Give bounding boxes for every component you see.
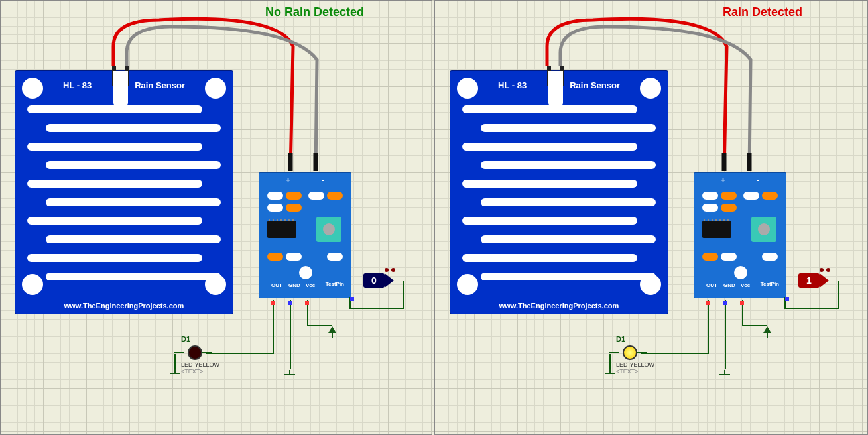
pin-terminal-icon [785,297,789,301]
net-wire [609,352,619,353]
smd-icon [721,192,737,200]
net-wire [273,300,274,353]
smd-icon [286,204,302,212]
smd-icon [327,192,343,200]
rain-sensor-board-right[interactable]: HL - 83 Rain Sensor www.TheEngineeringPr… [450,70,668,314]
smd-icon [721,204,737,212]
smd-icon [762,192,778,200]
smd-icon [308,192,324,200]
trace-icon [46,124,221,132]
trace-icon [46,161,221,169]
test-pin-label: TestPin [761,281,779,287]
led-part: LED-YELLOW [181,361,219,368]
net-wire [708,300,709,353]
smd-icon [702,204,718,212]
vcc-arrow-icon [328,326,336,333]
trace-icon [27,143,202,151]
pin-gnd-label: GND [288,282,300,288]
probe-dot-icon [391,268,395,272]
hole-icon [22,274,43,295]
status-label-right: Rain Detected [723,5,802,19]
status-label-left: No Rain Detected [265,5,364,19]
board-url: www.TheEngineeringProjects.com [15,302,233,310]
pin-terminal-icon [271,301,275,305]
smd-icon [721,253,737,261]
board-url: www.TheEngineeringProjects.com [450,302,668,310]
ic-chip-icon [267,221,296,238]
trace-icon [46,198,221,206]
hole-icon [734,266,747,279]
pin-terminal-icon [740,301,744,305]
board-title: Rain Sensor [135,80,185,90]
pin-terminal-icon [350,297,354,301]
trace-icon [27,180,202,188]
net-wire [202,352,212,353]
probe-dot-icon [820,268,824,272]
smd-icon [702,192,718,200]
trace-icon [481,198,656,206]
trace-icon [481,124,656,132]
probe-dot-icon [826,268,830,272]
probe-value: 0 [363,273,385,288]
pin-plus-label: + [721,176,725,185]
pin-vcc-label: Vcc [741,282,750,288]
trace-icon [481,273,656,280]
rain-sensor-board-left[interactable]: HL - 83 Rain Sensor www.TheEngineeringPr… [15,70,233,314]
trace-icon [462,105,637,113]
hole-icon [205,78,226,99]
pin-terminal-icon [288,301,292,305]
net-wire [290,300,291,369]
smd-icon [267,204,283,212]
net-wire [637,352,647,353]
ground-icon [284,370,295,379]
pin-minus-label: - [757,176,759,185]
comparator-module-right[interactable]: + - OUT GND Vcc TestPin [694,172,786,298]
net-wire [838,281,839,309]
smd-icon [267,253,283,261]
probe-tip-icon [820,273,829,288]
smd-icon [743,192,759,200]
led-bulb-icon [623,345,637,360]
led-bulb-icon [188,345,202,360]
board-title: Rain Sensor [570,80,620,90]
hole-icon [22,78,43,99]
board-model: HL - 83 [63,80,92,90]
net-wire [174,352,184,353]
pin-terminal-icon [723,301,727,305]
pin-gnd-label: GND [723,282,735,288]
led-text: <TEXT> [616,368,654,375]
trace-icon [481,235,656,243]
probe-tip-icon [385,273,394,288]
led-right[interactable]: D1 LED-YELLOW <TEXT> [616,335,654,375]
led-left[interactable]: D1 LED-YELLOW <TEXT> [181,335,219,375]
net-wire [609,354,611,369]
pin-plus-label: + [286,176,290,185]
probe-dot-icon [385,268,389,272]
board-model: HL - 83 [498,80,527,90]
probe-value: 1 [798,273,820,288]
pin-terminal-icon [706,301,710,305]
net-wire [174,354,176,369]
ground-icon [170,369,180,378]
comparator-module-left[interactable]: + - OUT GND Vcc TestPin [259,172,351,298]
smd-icon [762,253,778,261]
smd-icon [286,192,302,200]
pin-terminal-icon [305,301,309,305]
trace-icon [46,235,221,243]
trace-icon [113,71,128,105]
trace-icon [27,105,202,113]
pin-out-label: OUT [706,282,717,288]
trace-icon [481,161,656,169]
pin-minus-label: - [322,176,324,185]
trace-icon [462,217,637,225]
potentiometer-icon [751,217,776,242]
led-part: LED-YELLOW [616,361,654,368]
net-wire [725,300,726,369]
hole-icon [457,274,478,295]
ground-icon [605,369,615,378]
trace-icon [462,143,637,151]
led-text: <TEXT> [181,368,219,375]
net-wire [349,308,404,309]
led-ref: D1 [616,335,654,343]
trace-icon [548,71,563,105]
